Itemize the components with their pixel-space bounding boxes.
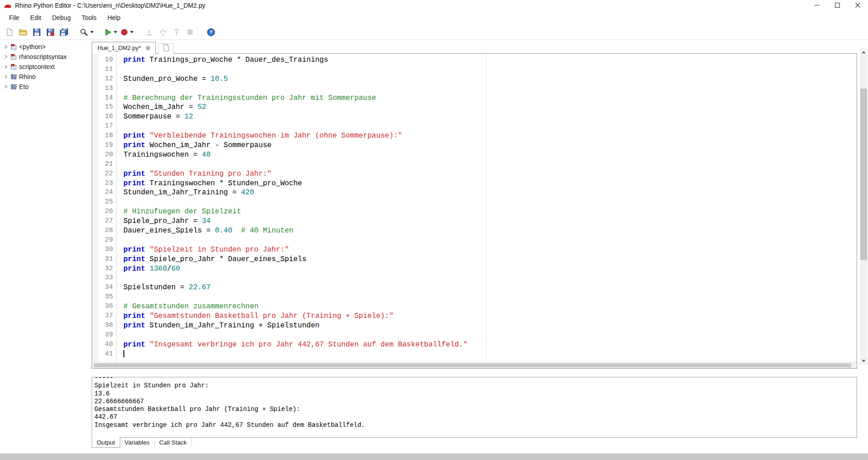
- code-line[interactable]: 38print Stunden_im_Jahr_Training + Spiel…: [92, 321, 857, 331]
- sidebar-item-rhinoscriptsyntax[interactable]: rhinoscriptsyntax: [0, 52, 91, 62]
- code-line[interactable]: 14# Berechnung der Trainingsstunden pro …: [92, 94, 857, 103]
- code-line[interactable]: 20Trainingswochen = 40: [92, 150, 857, 160]
- code-line[interactable]: 29: [92, 236, 857, 245]
- menu-help[interactable]: Help: [102, 12, 126, 24]
- play-icon: [104, 28, 112, 36]
- magnifier-icon: [79, 28, 88, 37]
- step-out-button[interactable]: [170, 26, 183, 39]
- scroll-down-arrow[interactable]: [860, 357, 868, 365]
- code-line[interactable]: 40print "Insgesamt verbringe ich pro Jah…: [92, 340, 857, 350]
- run-script-button[interactable]: [103, 26, 119, 39]
- open-file-button[interactable]: [16, 26, 30, 39]
- sidebar-item-label: scriptcontext: [19, 63, 55, 70]
- editor-vertical-scrollbar[interactable]: [860, 48, 868, 365]
- vertical-scrollbar-thumb[interactable]: [860, 89, 867, 260]
- code-line-text: Wochen_im_Jahr = 52: [123, 103, 206, 112]
- tab-close-icon[interactable]: [145, 45, 151, 51]
- code-line[interactable]: 34Spielstunden = 22.67: [92, 283, 857, 292]
- editor-horizontal-scrollbar[interactable]: [92, 362, 857, 368]
- code-line[interactable]: 31print Spiele_pro_Jahr * Dauer_eines_Sp…: [92, 255, 857, 264]
- search-button[interactable]: [78, 26, 95, 39]
- code-line[interactable]: 28Dauer_eines_Spiels = 0.40 # 40 Minuten: [92, 226, 857, 236]
- code-line[interactable]: 26# Hinzufuegen der Spielzeit: [92, 207, 857, 217]
- code-line[interactable]: 32print 1360/60: [92, 264, 857, 274]
- maximize-button[interactable]: [827, 0, 848, 11]
- code-line[interactable]: 39: [92, 331, 857, 340]
- code-line[interactable]: 11: [92, 65, 857, 74]
- line-number: 18: [98, 131, 113, 141]
- debug-button[interactable]: [119, 26, 135, 39]
- code-line[interactable]: 15Wochen_im_Jahr = 52: [92, 103, 857, 112]
- sidebar-item-rhino[interactable]: Rhino: [0, 72, 91, 82]
- output-panel[interactable]: -----Spielzeit in Stunden pro Jahr:13.62…: [92, 377, 857, 438]
- code-line[interactable]: 10print Trainings_pro_Woche * Dauer_des_…: [92, 55, 857, 65]
- code-line[interactable]: 25: [92, 198, 857, 207]
- line-number: 35: [98, 292, 113, 302]
- output-tab-call-stack[interactable]: Call Stack: [155, 438, 192, 447]
- line-number: 32: [98, 264, 113, 274]
- menubar: FileEditDebugToolsHelp: [0, 11, 868, 25]
- save-all-button[interactable]: [57, 26, 71, 39]
- module-icon: [10, 64, 17, 70]
- menu-edit[interactable]: Edit: [25, 12, 47, 24]
- help-button[interactable]: ?: [204, 26, 218, 39]
- output-tab-variables[interactable]: Variables: [120, 438, 155, 447]
- code-line-text: print "Gesamtstunden Basketball pro Jahr…: [123, 312, 393, 321]
- dropdown-caret-icon: [90, 31, 94, 34]
- code-line[interactable]: 41: [92, 350, 857, 359]
- code-line[interactable]: 19print Wochen_im_Jahr - Sommerpause: [92, 141, 857, 150]
- code-editor[interactable]: 10print Trainings_pro_Woche * Dauer_des_…: [92, 53, 857, 369]
- expand-chevron-icon: [4, 64, 8, 69]
- sidebar-item-scriptcontext[interactable]: scriptcontext: [0, 62, 91, 72]
- code-line[interactable]: 30print "Spielzeit in Stunden pro Jahr:": [92, 245, 857, 255]
- column-guide-line: [486, 54, 486, 362]
- new-document-tab-button[interactable]: [158, 43, 174, 54]
- sidebar-item-eto[interactable]: Eto: [0, 82, 91, 92]
- line-number: 40: [98, 340, 113, 350]
- stop-button[interactable]: [183, 26, 197, 39]
- menu-debug[interactable]: Debug: [47, 12, 76, 24]
- code-area[interactable]: 10print Trainings_pro_Woche * Dauer_des_…: [92, 54, 857, 362]
- code-line[interactable]: 18print "Verbleibende Trainingswochen im…: [92, 131, 857, 141]
- output-line: Spielzeit in Stunden pro Jahr:: [94, 382, 854, 390]
- sidebar-item-python[interactable]: <python>: [0, 42, 91, 52]
- save-as-button[interactable]: [44, 26, 57, 39]
- menu-file[interactable]: File: [4, 12, 25, 24]
- line-number: 19: [98, 141, 113, 150]
- code-line[interactable]: 23print Trainingswochen * Stunden_pro_Wo…: [92, 179, 857, 188]
- code-line[interactable]: 35: [92, 292, 857, 302]
- module-icon: [10, 54, 17, 60]
- new-file-button[interactable]: [3, 26, 16, 39]
- code-line[interactable]: 36# Gesamtstunden zusammenrechnen: [92, 302, 857, 312]
- close-button[interactable]: [848, 0, 868, 11]
- page-icon: [5, 28, 14, 36]
- code-line[interactable]: 13: [92, 84, 857, 94]
- code-line[interactable]: 22print "Stunden Training pro Jahr:": [92, 169, 857, 179]
- code-line-text: Trainingswochen = 40: [123, 150, 211, 160]
- code-line[interactable]: 16Sommerpause = 12: [92, 112, 857, 122]
- scroll-up-arrow[interactable]: [860, 48, 868, 56]
- library-icon: [10, 74, 17, 80]
- output-tab-output[interactable]: Output: [92, 437, 120, 448]
- code-line[interactable]: 12Stunden_pro_Woche = 10.5: [92, 74, 857, 84]
- save-button[interactable]: [30, 26, 44, 39]
- code-line[interactable]: 37print "Gesamtstunden Basketball pro Ja…: [92, 312, 857, 321]
- horizontal-scrollbar-thumb[interactable]: [94, 363, 851, 367]
- line-number: 36: [98, 302, 113, 312]
- output-line: Insgesamt verbringe ich pro Jahr 442,67 …: [94, 421, 854, 429]
- step-into-button[interactable]: [142, 26, 156, 39]
- step-over-button[interactable]: [156, 26, 170, 39]
- gutter-separator: [116, 54, 117, 362]
- expand-chevron-icon: [4, 84, 8, 89]
- code-line[interactable]: 17: [92, 122, 857, 131]
- code-line[interactable]: 33: [92, 273, 857, 283]
- menu-tools[interactable]: Tools: [76, 12, 102, 24]
- tab-label: Hue_1_DM2.py*: [98, 45, 141, 51]
- code-line[interactable]: 27Spiele_pro_Jahr = 34: [92, 217, 857, 226]
- code-line[interactable]: 24Stunden_im_Jahr_Training = 420: [92, 188, 857, 198]
- tab-hue-1-dm2[interactable]: Hue_1_DM2.py*: [92, 42, 156, 54]
- code-line-text: print "Insgesamt verbringe ich pro Jahr …: [123, 340, 468, 350]
- help-icon: ?: [206, 28, 216, 37]
- minimize-button[interactable]: [807, 0, 827, 11]
- code-line[interactable]: 21: [92, 160, 857, 169]
